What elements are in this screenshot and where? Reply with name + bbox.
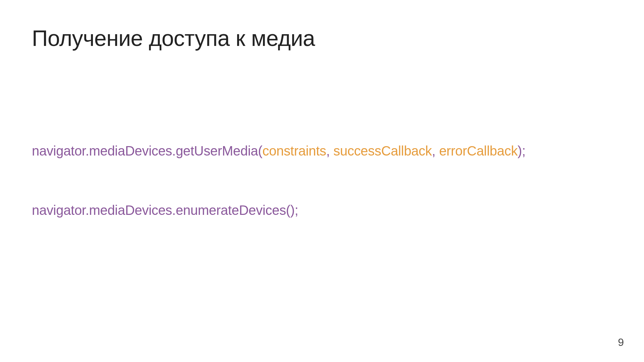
code-line-1: navigator.mediaDevices.getUserMedia(cons… (32, 142, 612, 160)
code-api-call: navigator.mediaDevices.getUserMedia( (32, 143, 262, 158)
code-block: navigator.mediaDevices.getUserMedia(cons… (32, 142, 612, 219)
code-line-2: navigator.mediaDevices.enumerateDevices(… (32, 201, 612, 219)
code-separator: , (326, 143, 333, 158)
slide-container: Получение доступа к медиа navigator.medi… (0, 0, 644, 362)
code-arg-error: errorCallback (439, 143, 518, 158)
code-api-call-2: navigator.mediaDevices.enumerateDevices(… (32, 203, 298, 218)
code-suffix: ); (518, 143, 526, 158)
code-separator: , (432, 143, 439, 158)
page-number: 9 (618, 336, 624, 349)
slide-title: Получение доступа к медиа (32, 25, 612, 52)
code-arg-success: successCallback (333, 143, 432, 158)
code-arg-constraints: constraints (262, 143, 326, 158)
